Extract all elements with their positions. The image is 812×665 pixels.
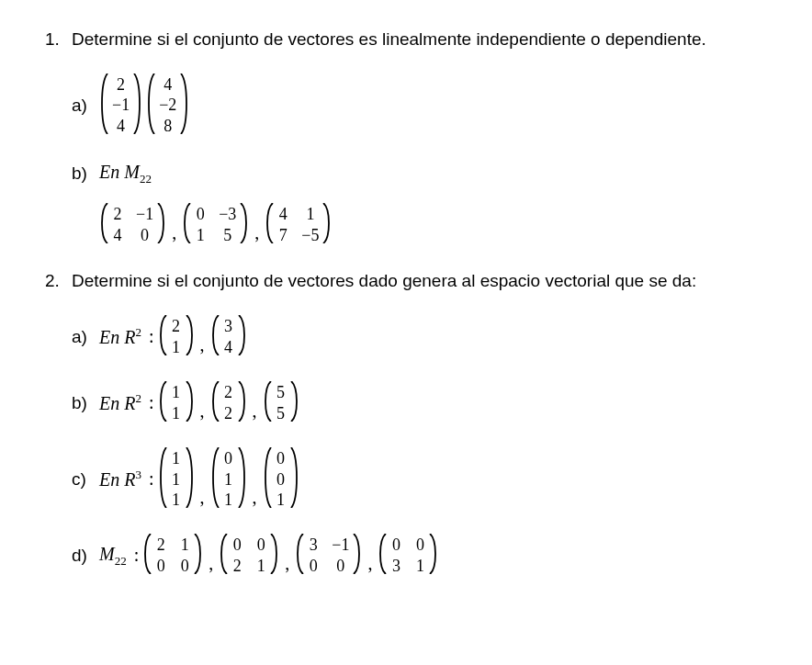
matrix-cell: 4 [277,205,288,224]
matrix: 2−14 [99,73,142,138]
matrix-cell: 2 [116,75,127,95]
matrix-cell: 0 [390,535,401,555]
matrix-cell: 0 [255,535,266,555]
q2-text: Determine si el conjunto de vectores dad… [72,269,812,293]
matrix: 01−35 [182,203,249,247]
matrix: 55 [263,381,299,425]
matrix-cell: 4 [223,338,234,357]
matrix-cell: 4 [112,226,123,245]
matrix-cell: 2 [155,535,166,555]
matrix-cell: 8 [163,117,174,136]
matrix-cell: 0 [276,449,287,468]
q2-a-sym: R [124,327,135,347]
q2-b-sup: 2 [135,391,141,405]
matrix: 471−5 [265,203,332,247]
matrix-cell: 1 [171,404,182,423]
matrix-cell: 2 [112,205,123,224]
matrix-cell: 0 [223,449,234,468]
q2-c: c) En R3 : 111, 011, 001 [72,447,812,512]
matrix-cell: 1 [223,470,234,490]
matrix-cell: 4 [163,75,174,95]
matrix-cell: 1 [171,383,182,402]
matrix-cell: 0 [414,535,425,555]
matrix-cell: 0 [308,557,319,576]
matrix-cell: 1 [171,449,182,468]
matrix: 111 [158,447,195,512]
matrix-cell: 3 [223,317,234,336]
q2-b-sym: R [124,393,135,413]
matrix: 0301 [378,534,438,578]
matrix-cell: 3 [390,557,401,576]
matrix-cell: 5 [276,404,287,423]
matrix: 21 [158,315,195,359]
label-q2-c: c) [72,468,99,491]
matrix-cell: 1 [255,557,266,576]
matrix: 24−10 [99,203,166,247]
matrix-cell: 1 [414,557,425,576]
q2-c-sup: 3 [135,468,141,481]
q2-a: a) En R2 : 21, 34 [72,315,812,359]
matrix-cell: 0 [179,557,190,576]
matrix-cell: 1 [179,535,190,555]
matrix-cell: 7 [277,226,288,245]
matrix-cell: 0 [276,470,287,490]
matrix-cell: 3 [308,535,319,555]
matrix-cell: 1 [276,490,287,510]
matrix-cell: 2 [223,383,234,402]
q2-d-sym: M [99,544,115,564]
q1-b-pre: En [99,162,124,182]
matrix-cell: 2 [171,317,182,336]
matrix-cell: −5 [301,226,319,245]
matrix-cell: 2 [223,404,234,423]
label-q2-d: d) [72,544,99,568]
matrix-cell: 0 [140,226,151,245]
matrix-cell: 1 [223,490,234,510]
matrix: 30−10 [295,534,362,578]
q2-a-sup: 2 [135,325,141,339]
matrix-cell: 5 [276,383,287,402]
matrix: 4−28 [146,73,189,138]
matrix-cell: −2 [159,96,176,115]
matrix: 001 [263,447,299,512]
matrix-cell: 5 [222,226,233,245]
matrix-cell: −1 [112,96,130,115]
matrix: 0201 [219,534,279,578]
matrix-cell: 1 [171,490,182,510]
q1-a: a) 2−14 4−28 [72,73,812,138]
matrix-cell: 0 [155,557,166,576]
matrix-cell: 1 [305,205,316,224]
q2-b-pre: En [99,393,124,413]
matrix: 22 [210,381,247,425]
matrix-cell: −3 [219,205,236,224]
matrix: 011 [210,447,247,512]
q2-a-pre: En [99,327,124,347]
q1-b-sym: M [124,162,140,182]
q1-b-sub: 22 [140,172,152,186]
matrix-cell: 0 [231,535,242,555]
matrix-cell: −1 [332,535,349,555]
matrix-cell: 4 [116,117,127,136]
matrix-cell: 2 [231,557,242,576]
matrix-cell: 0 [335,557,346,576]
matrix-cell: −1 [136,205,153,224]
q2-d-sub: 22 [115,554,127,568]
q2-c-pre: En [99,469,124,490]
label-q1-b: b) [72,162,99,186]
q2-d: d) M22 : 2010, 0201, 30−10, 0301 [72,534,812,578]
matrix-cell: 1 [171,470,182,490]
matrix: 11 [158,381,195,425]
q2-c-sym: R [124,469,135,490]
matrix: 34 [210,315,247,359]
question-2: Determine si el conjunto de vectores dad… [64,269,812,578]
q1-text: Determine si el conjunto de vectores es … [72,28,812,51]
q1-b: b) En M22 24−10, 01−35, 471−5 [72,160,812,248]
label-q2-b: b) [72,391,99,415]
label-q2-a: a) [72,325,99,349]
q2-b: b) En R2 : 11, 22, 55 [72,381,812,425]
question-1: Determine si el conjunto de vectores es … [64,28,812,247]
matrix-cell: 1 [171,338,182,357]
matrix-cell: 1 [195,226,206,245]
matrix: 2010 [142,534,203,578]
matrix-cell: 0 [195,205,206,224]
label-q1-a: a) [72,94,99,118]
